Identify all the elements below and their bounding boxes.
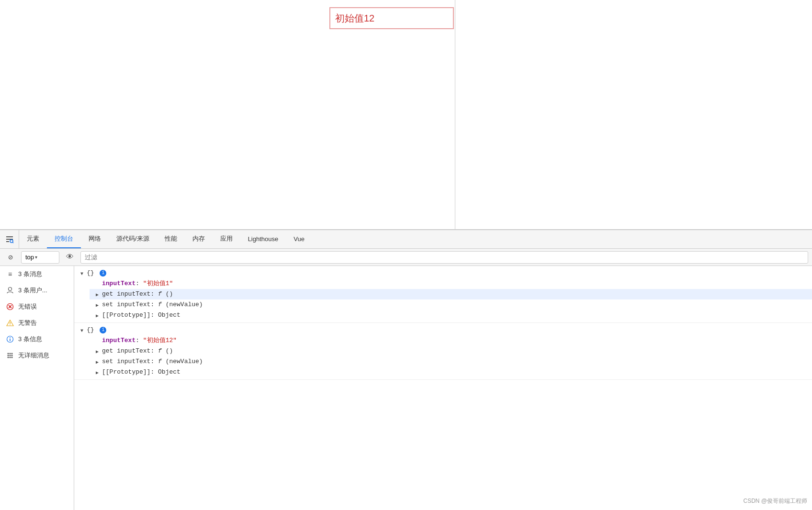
prop-proto-2: [[Prototype]]: Object (102, 368, 180, 376)
log-entry-1-header[interactable]: {} i (74, 268, 812, 278)
sidebar-label-user: 3 条用户... (18, 286, 47, 295)
prop-val-inputtext-1: "初始值1" (143, 280, 173, 287)
sidebar-label-warnings: 无警告 (18, 319, 37, 327)
svg-point-22 (11, 357, 13, 358)
log-entry-2-header[interactable]: {} i (74, 325, 812, 335)
expand-proto-2[interactable] (93, 369, 101, 377)
prop-get-2: get inputText: f () (102, 347, 173, 355)
expand-arrow-1[interactable] (78, 270, 86, 277)
sidebar-item-info[interactable]: 3 条信息 (0, 331, 74, 347)
user-icon (6, 286, 14, 295)
svg-line-4 (12, 242, 13, 243)
log-prop-get-2[interactable]: get inputText: f () (90, 346, 812, 356)
prop-key-inputtext-2: inputText (102, 337, 135, 344)
sidebar-item-errors[interactable]: 无错误 (0, 299, 74, 315)
svg-point-18 (10, 355, 11, 356)
obj-bracket-2: {} (87, 326, 98, 333)
svg-rect-0 (6, 236, 13, 237)
info-icon (6, 335, 14, 344)
expand-proto-1[interactable] (93, 312, 101, 320)
expand-set-1[interactable] (93, 301, 101, 309)
expand-arrow-2[interactable] (78, 327, 86, 334)
tab-performance[interactable]: 性能 (157, 230, 185, 248)
svg-point-17 (8, 355, 9, 356)
svg-point-10 (10, 324, 11, 325)
expand-set-2[interactable] (93, 358, 101, 366)
tab-vue[interactable]: Vue (286, 230, 312, 248)
watermark: CSDN @俊哥前端工程师 (743, 497, 807, 505)
log-prop-inputtext-1: inputText: "初始值1" (90, 278, 812, 289)
prop-set-1: set inputText: f (newValue) (102, 301, 203, 308)
prop-proto-1: [[Prototype]]: Object (102, 311, 180, 319)
tab-elements[interactable]: 元素 (19, 230, 47, 248)
console-content: ≡ 3 条消息 3 条用户... 无错误 (0, 266, 812, 510)
log-entry-2-content: {} i (87, 326, 808, 334)
devtools-icon[interactable] (0, 230, 19, 248)
log-prop-proto-1[interactable]: [[Prototype]]: Object (90, 310, 812, 321)
sidebar-label-errors: 无错误 (18, 302, 37, 311)
input-preview: 初始值12 (329, 7, 454, 29)
tab-lighthouse[interactable]: Lighthouse (240, 230, 286, 248)
log-entry-1-content: {} i (87, 269, 808, 277)
prop-get-1: get inputText: f () (102, 290, 173, 298)
sidebar-item-user[interactable]: 3 条用户... (0, 282, 74, 299)
info-badge-1: i (100, 270, 106, 277)
svg-point-5 (9, 288, 12, 291)
context-selector[interactable]: top ▾ (21, 251, 59, 264)
prop-val-inputtext-2: "初始值12" (143, 337, 177, 344)
expand-get-2[interactable] (93, 348, 101, 355)
eye-icon-button[interactable]: 👁 (63, 251, 77, 264)
obj-bracket-1: {} (87, 269, 98, 277)
chevron-down-icon: ▾ (35, 255, 37, 260)
sidebar-item-all[interactable]: ≡ 3 条消息 (0, 266, 74, 282)
svg-point-13 (10, 337, 11, 338)
browser-preview: 初始值12 (0, 0, 812, 230)
log-prop-proto-2[interactable]: [[Prototype]]: Object (90, 367, 812, 377)
warning-icon (6, 319, 14, 327)
expand-get-1[interactable] (93, 291, 101, 299)
tab-network[interactable]: 网络 (81, 230, 109, 248)
console-toolbar: ⊘ top ▾ 👁 (0, 249, 812, 266)
console-sidebar: ≡ 3 条消息 3 条用户... 无错误 (0, 266, 74, 510)
svg-point-16 (11, 353, 13, 355)
clear-console-button[interactable]: ⊘ (4, 251, 17, 264)
log-prop-set-2[interactable]: set inputText: f (newValue) (90, 356, 812, 367)
log-prop-inputtext-2: inputText: "初始值12" (90, 335, 812, 346)
svg-point-15 (10, 353, 11, 355)
sidebar-label-verbose: 无详细消息 (18, 351, 49, 360)
svg-point-21 (10, 357, 11, 358)
log-entry-2: {} i inputText: "初始值12" get inputText: f… (74, 323, 812, 380)
sidebar-item-warnings[interactable]: 无警告 (0, 315, 74, 331)
console-log-area: {} i inputText: "初始值1" get inputText: f … (74, 266, 812, 510)
tab-application[interactable]: 应用 (213, 230, 240, 248)
input-preview-text: 初始值12 (335, 12, 374, 25)
svg-point-20 (8, 357, 9, 358)
prop-key-inputtext-1: inputText (102, 280, 135, 287)
svg-point-19 (11, 355, 13, 356)
prop-set-2: set inputText: f (newValue) (102, 358, 203, 365)
tab-sources[interactable]: 源代码/来源 (109, 230, 157, 248)
log-entry-1: {} i inputText: "初始值1" get inputText: f … (74, 266, 812, 323)
info-badge-2: i (100, 327, 106, 333)
devtools-tabs-bar: 元素 控制台 网络 源代码/来源 性能 内存 应用 Lighthouse Vue (0, 230, 812, 249)
tab-memory[interactable]: 内存 (185, 230, 213, 248)
right-panel (455, 0, 812, 229)
filter-icon: ≡ (6, 270, 14, 278)
context-label: top (25, 254, 34, 261)
sidebar-label-info: 3 条信息 (18, 335, 42, 344)
svg-point-14 (8, 353, 9, 355)
filter-input[interactable] (80, 251, 808, 264)
log-prop-get-1[interactable]: get inputText: f () (90, 289, 812, 299)
svg-rect-2 (6, 241, 9, 242)
log-prop-set-1[interactable]: set inputText: f (newValue) (90, 299, 812, 310)
verbose-icon (6, 351, 14, 360)
sidebar-item-verbose[interactable]: 无详细消息 (0, 347, 74, 364)
error-icon (6, 302, 14, 311)
sidebar-label-all: 3 条消息 (18, 270, 42, 278)
tab-console[interactable]: 控制台 (47, 230, 81, 248)
